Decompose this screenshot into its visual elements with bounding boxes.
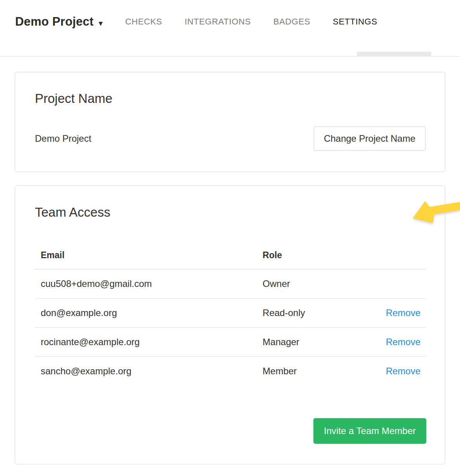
settings-content: Project Name Demo Project Change Project… <box>0 72 460 464</box>
remove-link[interactable]: Remove <box>386 307 420 318</box>
team-access-card: Team Access Email Role cuu508+de <box>15 186 445 464</box>
email-column-header: Email <box>35 242 257 269</box>
tab-checks[interactable]: CHECKS <box>125 17 162 27</box>
table-header-row: Email Role <box>35 242 426 269</box>
top-nav: Demo Project ▾ CHECKS INTEGRATIONS BADGE… <box>0 0 460 57</box>
member-email: don@example.org <box>35 299 257 328</box>
change-project-name-button[interactable]: Change Project Name <box>314 127 425 151</box>
member-role: Member <box>257 357 367 386</box>
team-access-card-title: Team Access <box>35 205 426 220</box>
invite-team-member-button[interactable]: Invite a Team Member <box>313 418 426 444</box>
main-nav: CHECKS INTEGRATIONS BADGES SETTINGS <box>125 17 377 27</box>
project-switcher-dropdown[interactable]: Demo Project ▾ <box>15 15 103 29</box>
project-title: Demo Project <box>15 15 93 29</box>
chevron-down-icon: ▾ <box>99 19 103 27</box>
member-email: sancho@example.org <box>35 357 257 386</box>
project-name-card-title: Project Name <box>35 91 425 106</box>
tab-badges[interactable]: BADGES <box>273 17 310 27</box>
project-settings-page: Demo Project ▾ CHECKS INTEGRATIONS BADGE… <box>0 0 460 476</box>
project-name-card: Project Name Demo Project Change Project… <box>15 72 445 172</box>
team-members-table: Email Role cuu508+demo@gmail.com Owner d… <box>35 242 426 386</box>
role-column-header: Role <box>257 242 367 269</box>
remove-link[interactable]: Remove <box>386 337 420 347</box>
member-email: rocinante@example.org <box>35 328 257 357</box>
member-role: Owner <box>257 269 367 299</box>
tab-settings[interactable]: SETTINGS <box>333 17 377 27</box>
member-email: cuu508+demo@gmail.com <box>35 269 257 299</box>
active-tab-indicator <box>357 52 431 57</box>
remove-link[interactable]: Remove <box>386 366 420 376</box>
table-row: don@example.org Read-only Remove <box>35 299 426 328</box>
member-role: Manager <box>257 328 367 357</box>
table-row: rocinante@example.org Manager Remove <box>35 328 426 357</box>
table-row: sancho@example.org Member Remove <box>35 357 426 386</box>
member-role: Read-only <box>257 299 367 328</box>
action-column-header <box>367 242 426 269</box>
current-project-name: Demo Project <box>35 133 91 144</box>
table-row: cuu508+demo@gmail.com Owner <box>35 269 426 299</box>
tab-integrations[interactable]: INTEGRATIONS <box>185 17 251 27</box>
